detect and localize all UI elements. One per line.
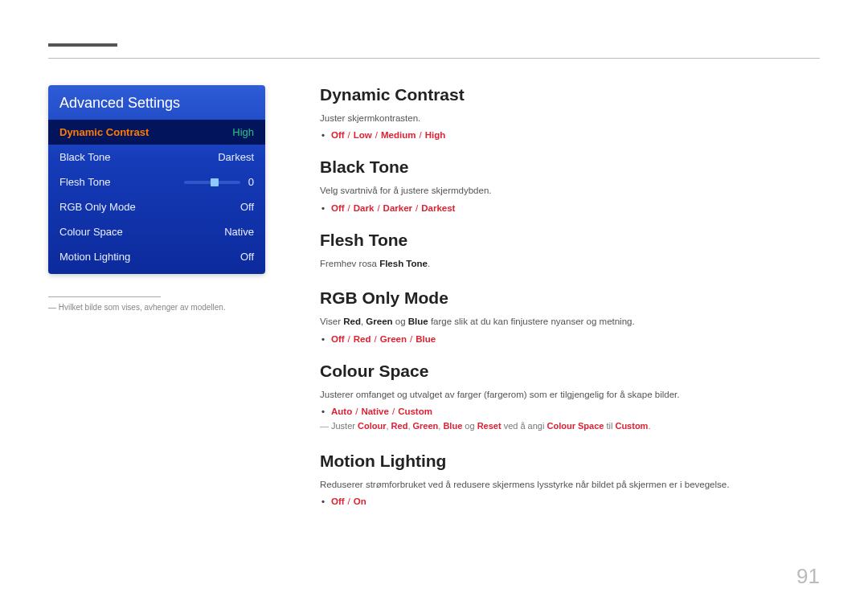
section-desc: Justerer omfanget og utvalget av farger … <box>320 387 820 402</box>
section-motion-lighting: Motion Lighting Reduserer strømforbruket… <box>320 452 820 506</box>
flesh-tone-slider[interactable] <box>184 181 240 184</box>
section-heading: RGB Only Mode <box>320 288 820 308</box>
panel-row-motion-lighting[interactable]: Motion Lighting Off <box>48 244 265 274</box>
panel-label: Flesh Tone <box>59 176 184 188</box>
model-footnote: Hvilket bilde som vises, avhenger av mod… <box>48 302 281 313</box>
section-options: Auto/Native/Custom <box>320 407 820 416</box>
panel-value: Off <box>240 201 254 213</box>
section-options: Off/Red/Green/Blue <box>320 334 820 344</box>
colour-space-subnote: Juster Colour, Red, Green, Blue og Reset… <box>320 419 820 434</box>
section-heading: Colour Space <box>320 362 820 381</box>
panel-row-colour-space[interactable]: Colour Space Native <box>48 219 265 244</box>
panel-title: Advanced Settings <box>48 85 265 120</box>
section-desc: Fremhev rosa Flesh Tone. <box>320 256 820 271</box>
slider-thumb[interactable] <box>211 178 219 186</box>
section-rgb-only: RGB Only Mode Viser Red, Green og Blue f… <box>320 288 820 343</box>
section-options: Off/Dark/Darker/Darkest <box>320 203 820 213</box>
section-heading: Motion Lighting <box>320 452 820 471</box>
section-desc: Velg svartnivå for å justere skjermdybde… <box>320 183 820 198</box>
section-desc: Reduserer strømforbruket ved å redusere … <box>320 477 820 492</box>
panel-label: Black Tone <box>59 151 218 163</box>
panel-label: RGB Only Mode <box>59 201 240 213</box>
section-heading: Flesh Tone <box>320 231 820 250</box>
section-colour-space: Colour Space Justerer omfanget og utvalg… <box>320 362 820 434</box>
section-heading: Black Tone <box>320 157 820 177</box>
panel-row-dynamic-contrast[interactable]: Dynamic Contrast High <box>48 120 265 145</box>
panel-row-flesh-tone[interactable]: Flesh Tone 0 <box>48 170 265 194</box>
panel-value: Darkest <box>218 151 254 163</box>
panel-value: 0 <box>248 176 254 188</box>
panel-label: Colour Space <box>59 226 224 238</box>
section-options: Off/On <box>320 497 820 506</box>
panel-label: Motion Lighting <box>59 251 240 263</box>
section-desc: Juster skjermkontrasten. <box>320 111 820 125</box>
section-dynamic-contrast: Dynamic Contrast Juster skjermkontrasten… <box>320 85 820 140</box>
panel-value: High <box>232 126 254 138</box>
page-number: 91 <box>796 564 820 589</box>
section-desc: Viser Red, Green og Blue farge slik at d… <box>320 314 820 329</box>
section-heading: Dynamic Contrast <box>320 85 820 104</box>
section-black-tone: Black Tone Velg svartnivå for å justere … <box>320 157 820 212</box>
header-accent-bar <box>48 43 117 47</box>
advanced-settings-panel: Advanced Settings Dynamic Contrast High … <box>48 85 265 274</box>
panel-label: Dynamic Contrast <box>59 126 232 138</box>
panel-value: Native <box>224 226 254 238</box>
footnote-rule <box>48 296 161 297</box>
panel-value: Off <box>240 251 254 263</box>
panel-row-black-tone[interactable]: Black Tone Darkest <box>48 145 265 170</box>
section-options: Off/Low/Medium/High <box>320 130 820 140</box>
section-flesh-tone: Flesh Tone Fremhev rosa Flesh Tone. <box>320 231 820 271</box>
panel-row-rgb-only[interactable]: RGB Only Mode Off <box>48 194 265 219</box>
header-rule <box>48 58 820 59</box>
